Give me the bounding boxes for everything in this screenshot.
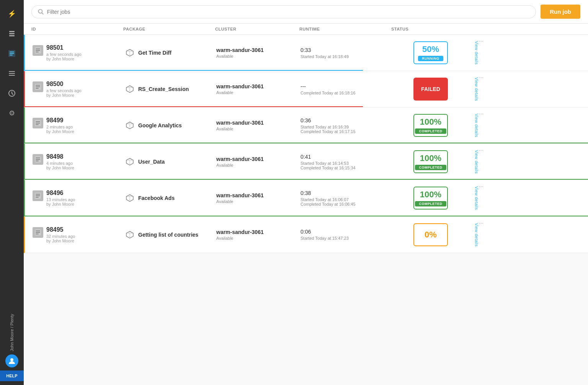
- runtime-started: Completed Today at 16:18:16: [301, 91, 392, 95]
- col-runtime: RUNTIME: [299, 27, 391, 31]
- svg-rect-24: [36, 123, 40, 123]
- cluster-availability: Available: [216, 90, 301, 95]
- runtime-col: 0:41 Started Today at 16:14:53 Completed…: [301, 154, 392, 170]
- table-header: ID PACKAGE CLUSTER RUNTIME STATUS: [24, 24, 588, 35]
- package-col: Google Analytics: [124, 120, 216, 131]
- status-col: FAILED: [392, 78, 469, 101]
- package-name: Facebook Ads: [138, 195, 175, 201]
- job-time: a few seconds ago: [46, 88, 82, 93]
- job-time: 13 minutes ago: [46, 197, 75, 202]
- cluster-col: warm-sandur-3061 Available: [216, 156, 301, 167]
- job-by: by John Moore: [46, 57, 82, 61]
- runtime-completed: Completed Today at 16:06:45: [301, 202, 392, 206]
- layers-icon[interactable]: [4, 26, 20, 41]
- svg-rect-46: [36, 234, 39, 234]
- help-button[interactable]: HELP: [0, 370, 24, 381]
- job-by: by John Moore: [46, 239, 75, 243]
- table-row: 98498 4 minutes ago by John Moore User_D…: [24, 144, 588, 180]
- job-type-icon: [33, 81, 43, 92]
- jobs-list: 98501 a few seconds ago by John Moore Ge…: [24, 35, 588, 385]
- status-col: 100% COMPLETED: [392, 187, 469, 210]
- svg-rect-37: [36, 194, 40, 195]
- cluster-name: warm-sandur-3061: [216, 156, 301, 162]
- job-time: 32 minutes ago: [46, 234, 75, 239]
- more-options-icon[interactable]: ···: [479, 147, 483, 153]
- status-label: RUNNING: [418, 56, 443, 61]
- package-name: RS_Create_Session: [138, 86, 189, 92]
- job-id-col: 98496 13 minutes ago by John Moore: [33, 190, 124, 206]
- runtime-col: 0:33 Started Today at 16:18:49: [301, 47, 392, 59]
- package-icon: [124, 84, 135, 94]
- svg-rect-38: [36, 195, 40, 196]
- job-id-number: 98495: [46, 226, 75, 233]
- search-input[interactable]: [47, 9, 529, 15]
- avatar[interactable]: [5, 354, 18, 367]
- view-details-link[interactable]: View details: [474, 223, 479, 247]
- cluster-name: warm-sandur-3061: [216, 192, 301, 198]
- runtime-value: 0:41: [301, 154, 392, 160]
- list-icon[interactable]: [4, 66, 20, 81]
- jobs-icon[interactable]: [4, 46, 20, 61]
- runtime-started: Started Today at 16:16:39: [301, 125, 392, 129]
- view-details-col: ··· View details: [469, 77, 484, 101]
- package-name: Google Analytics: [138, 122, 182, 128]
- table-row: 98500 a few seconds ago by John Moore RS…: [24, 71, 588, 107]
- svg-rect-30: [36, 158, 40, 158]
- bolt-icon[interactable]: ⚡: [4, 6, 20, 21]
- more-options-icon[interactable]: ···: [479, 74, 483, 80]
- cluster-name: warm-sandur-3061: [216, 83, 301, 89]
- cluster-name: warm-sandur-3061: [216, 120, 301, 126]
- job-type-icon: [33, 45, 43, 56]
- job-type-icon: [33, 227, 43, 238]
- package-col: User_Data: [124, 156, 216, 167]
- table-row: 98499 2 minutes ago by John Moore Google…: [24, 107, 588, 144]
- status-label: COMPLETED: [415, 201, 446, 206]
- view-details-link[interactable]: View details: [474, 114, 479, 137]
- package-col: Facebook Ads: [124, 193, 216, 203]
- status-percentage: 0%: [425, 230, 437, 240]
- runtime-value: 0:38: [301, 190, 392, 196]
- package-col: Get Time Diff: [124, 47, 216, 58]
- package-icon: [124, 229, 135, 240]
- svg-point-5: [10, 358, 13, 361]
- svg-rect-0: [9, 31, 15, 32]
- status-label: COMPLETED: [415, 128, 446, 134]
- status-percentage: 50%: [422, 44, 439, 54]
- svg-rect-10: [36, 50, 40, 51]
- more-options-icon[interactable]: ···: [479, 38, 483, 44]
- view-details-link[interactable]: View details: [474, 77, 479, 101]
- status-badge: 0%: [413, 223, 448, 246]
- status-failed-label: FAILED: [421, 86, 440, 92]
- job-id-info: 98496 13 minutes ago by John Moore: [46, 190, 75, 206]
- runtime-completed: Completed Today at 16:17:15: [301, 129, 392, 134]
- view-details-link[interactable]: View details: [474, 41, 479, 65]
- job-id-col: 98501 a few seconds ago by John Moore: [33, 44, 124, 61]
- cluster-col: warm-sandur-3061 Available: [216, 192, 301, 204]
- job-id-info: 98498 4 minutes ago by John Moore: [46, 153, 74, 170]
- more-options-icon[interactable]: ···: [479, 110, 483, 117]
- job-id-col: 98495 32 minutes ago by John Moore: [33, 226, 124, 243]
- view-details-link[interactable]: View details: [474, 150, 479, 174]
- svg-rect-1: [9, 33, 15, 34]
- gear-icon[interactable]: ⚙: [4, 106, 20, 121]
- more-options-icon[interactable]: ···: [479, 183, 483, 189]
- user-label: John Moore / Plenty: [10, 314, 14, 351]
- job-id-info: 98500 a few seconds ago by John Moore: [46, 81, 82, 97]
- search-box[interactable]: [31, 5, 536, 18]
- cluster-availability: Available: [216, 199, 301, 204]
- status-label: COMPLETED: [415, 165, 446, 170]
- clock-icon[interactable]: [4, 86, 20, 101]
- runtime-col: 0:36 Started Today at 16:16:39 Completed…: [301, 117, 392, 134]
- job-time: 4 minutes ago: [46, 161, 74, 166]
- package-name: Getting list of countries: [138, 232, 198, 238]
- status-badge: 100% COMPLETED: [413, 187, 448, 210]
- col-id: ID: [31, 27, 123, 31]
- view-details-link[interactable]: View details: [474, 186, 479, 210]
- more-options-icon[interactable]: ···: [479, 220, 483, 226]
- job-id-col: 98499 2 minutes ago by John Moore: [33, 117, 124, 134]
- job-id-number: 98500: [46, 81, 82, 88]
- status-badge: FAILED: [413, 78, 448, 101]
- run-job-button[interactable]: Run job: [541, 5, 580, 19]
- svg-rect-9: [36, 49, 40, 49]
- runtime-col: 0:06 Started Today at 15:47:23: [301, 229, 392, 240]
